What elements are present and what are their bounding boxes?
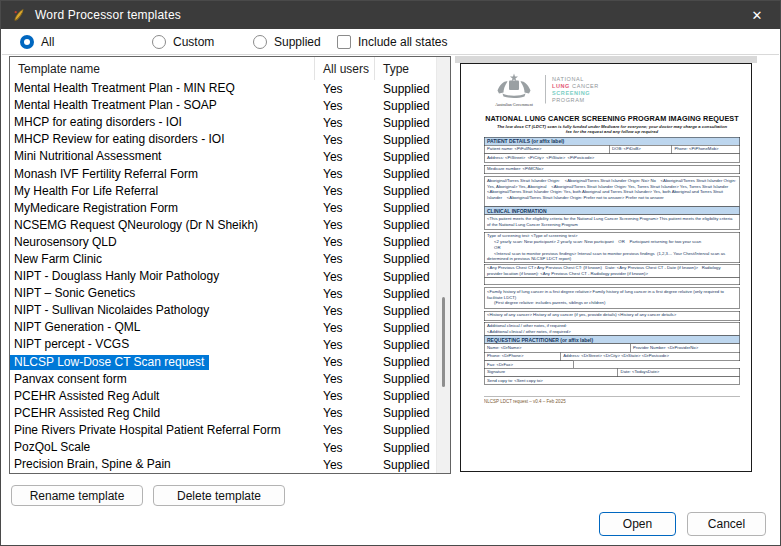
preview-page: Australian Government NATIONALLUNG CANCE… xyxy=(460,63,752,472)
preview-form-row: <Family history of lung cancer in a firs… xyxy=(484,288,740,309)
template-row[interactable]: MyMedicare Registration FormYesSupplied xyxy=(10,200,436,217)
template-name-cell: NIPT - Sullivan Nicolaides Pathology xyxy=(10,303,315,318)
template-name-cell: PCEHR Assisted Reg Adult xyxy=(10,389,315,404)
preview-form-row: Patient name: <PtFullName>DOB: <PtDoB>Ph… xyxy=(484,145,740,154)
template-row[interactable]: New Farm ClinicYesSupplied xyxy=(10,251,436,268)
open-button[interactable]: Open xyxy=(599,512,676,536)
gov-label: Australian Government xyxy=(490,103,538,108)
preview-form-row: <Any Previous Chest CT> Any Previous Che… xyxy=(484,264,740,278)
template-row[interactable]: Pine Rivers Private Hospital Patient Ref… xyxy=(10,422,436,439)
radio-icon[interactable] xyxy=(253,35,267,49)
all-users-cell: Yes xyxy=(315,184,375,198)
type-cell: Supplied xyxy=(375,458,436,472)
include-all-states-checkbox[interactable]: Include all states xyxy=(337,29,447,54)
type-cell: Supplied xyxy=(375,201,436,215)
template-preview-panel: Australian Government NATIONALLUNG CANCE… xyxy=(455,56,780,474)
preview-form-cell: Medicare number: <PtMCNo> xyxy=(485,166,740,174)
template-list: Template name All users Type Mental Heal… xyxy=(9,56,451,474)
preview-form-cell: Type of screening test: <Type of screeni… xyxy=(485,233,740,263)
list-rows: Mental Health Treatment Plan - MIN REQYe… xyxy=(10,80,436,473)
template-row[interactable]: MHCP Review for eating disorders - IOIYe… xyxy=(10,131,436,148)
radio-icon[interactable] xyxy=(20,35,34,49)
all-users-cell: Yes xyxy=(315,287,375,301)
preview-sections: PATIENT DETAILS (or affix label)Patient … xyxy=(484,137,740,384)
template-row[interactable]: NIPT – Sonic GeneticsYesSupplied xyxy=(10,285,436,302)
template-name-cell: Mini Nutritional Assessment xyxy=(10,149,315,164)
template-row[interactable]: NIPT Generation - QMLYesSupplied xyxy=(10,319,436,336)
template-row[interactable]: NIPT percept - VCGSYesSupplied xyxy=(10,336,436,353)
type-cell: Supplied xyxy=(375,133,436,147)
template-row[interactable]: PCEHR Assisted Reg ChildYesSupplied xyxy=(10,405,436,422)
radio-label: Supplied xyxy=(274,35,321,49)
preview-form-cell: Phone: <DrPhone> xyxy=(485,353,561,361)
filter-radio-supplied[interactable]: Supplied xyxy=(253,29,321,54)
template-row[interactable]: NIPT - Sullivan Nicolaides PathologyYesS… xyxy=(10,302,436,319)
wordmark-line: SCREENING xyxy=(552,89,599,96)
type-cell: Supplied xyxy=(375,389,436,403)
type-cell: Supplied xyxy=(375,82,436,96)
template-name-cell: NIPT – Sonic Genetics xyxy=(10,286,315,301)
list-scrollbar[interactable] xyxy=(436,57,450,473)
column-header-template-name[interactable]: Template name xyxy=(10,57,315,80)
preview-form-row: Medicare number: <PtMCNo> xyxy=(484,165,740,174)
preview-form-row: Aboriginal/Torres Strait Islander Origin… xyxy=(484,177,740,207)
preview-form-cell: <History of any cancer> History of any c… xyxy=(485,312,740,321)
template-row[interactable]: Monash IVF Fertility Referral FormYesSup… xyxy=(10,165,436,182)
all-users-cell: Yes xyxy=(315,82,375,96)
all-users-cell: Yes xyxy=(315,167,375,181)
document-subtitle: The low dose CT (LDCT) scan is fully fun… xyxy=(494,124,730,135)
template-row[interactable]: Precision Brain, Spine & PainYesSupplied xyxy=(10,456,436,473)
all-users-cell: Yes xyxy=(315,235,375,249)
filter-radio-custom[interactable]: Custom xyxy=(152,29,214,54)
template-name-cell: Mental Health Treatment Plan - MIN REQ xyxy=(10,81,315,96)
wordmark-line: LUNG CANCER xyxy=(552,82,599,89)
close-button[interactable]: ✕ xyxy=(734,1,780,29)
template-name-cell: Monash IVF Fertility Referral Form xyxy=(10,167,315,182)
type-cell: Supplied xyxy=(375,270,436,284)
template-name-cell: New Farm Clinic xyxy=(10,252,315,267)
template-row[interactable]: MHCP for eating disorders - IOIYesSuppli… xyxy=(10,114,436,131)
cancel-button[interactable]: Cancel xyxy=(687,512,766,536)
type-cell: Supplied xyxy=(375,441,436,455)
template-name-cell: Pine Rivers Private Hospital Patient Ref… xyxy=(10,423,315,438)
all-users-cell: Yes xyxy=(315,372,375,386)
list-header: Template name All users Type xyxy=(10,57,450,80)
rename-template-button[interactable]: Rename template xyxy=(11,485,143,506)
template-row[interactable]: Neurosensory QLDYesSupplied xyxy=(10,234,436,251)
preview-form-cell: Signature xyxy=(485,369,619,377)
radio-label: All xyxy=(41,35,54,49)
preview-form-row: Address: <PtStreet> <PtCity> <PtState> <… xyxy=(484,154,740,163)
template-row[interactable]: Panvax consent formYesSupplied xyxy=(10,371,436,388)
preview-form-row: <History of any cancer> History of any c… xyxy=(484,311,740,321)
nlcsp-wordmark: NATIONALLUNG CANCERSCREENINGPROGRAM xyxy=(545,75,599,104)
template-row[interactable]: NCSEMG Request QNeurology (Dr N Sheikh)Y… xyxy=(10,217,436,234)
template-row[interactable]: My Health For Life ReferralYesSupplied xyxy=(10,183,436,200)
quill-app-icon xyxy=(11,7,26,23)
template-row[interactable]: Mental Health Treatment Plan - SOAPYesSu… xyxy=(10,97,436,114)
preview-form-cell: Provider Number: <DrProviderNo> xyxy=(630,344,739,352)
checkbox-icon[interactable] xyxy=(337,35,351,49)
radio-icon[interactable] xyxy=(152,35,166,49)
template-row[interactable]: Mental Health Treatment Plan - MIN REQYe… xyxy=(10,80,436,97)
template-row[interactable]: PCEHR Assisted Reg AdultYesSupplied xyxy=(10,388,436,405)
template-row[interactable]: Mini Nutritional AssessmentYesSupplied xyxy=(10,148,436,165)
preview-form-cell: DOB: <PtDoB> xyxy=(610,146,672,154)
type-cell: Supplied xyxy=(375,287,436,301)
all-users-cell: Yes xyxy=(315,441,375,455)
document-logo-row: Australian Government NATIONALLUNG CANCE… xyxy=(490,73,740,111)
preview-form-cell: <This patient meets the eligibility crit… xyxy=(485,215,740,229)
template-row[interactable]: NIPT - Douglass Hanly Moir PathologyYesS… xyxy=(10,268,436,285)
scrollbar-thumb[interactable] xyxy=(442,297,445,387)
type-cell: Supplied xyxy=(375,304,436,318)
template-name-cell: NIPT Generation - QML xyxy=(10,320,315,335)
window-title: Word Processor templates xyxy=(35,8,181,22)
type-cell: Supplied xyxy=(375,99,436,113)
preview-form-cell: Patient name: <PtFullName> xyxy=(485,146,610,154)
column-header-all-users[interactable]: All users xyxy=(315,57,375,80)
delete-template-button[interactable]: Delete template xyxy=(153,485,285,506)
type-cell: Supplied xyxy=(375,150,436,164)
template-name-cell: My Health For Life Referral xyxy=(10,184,315,199)
template-row[interactable]: PozQoL ScaleYesSupplied xyxy=(10,439,436,456)
filter-radio-all[interactable]: All xyxy=(20,29,54,54)
template-row[interactable]: NLCSP Low-Dose CT Scan requestYesSupplie… xyxy=(10,354,436,371)
